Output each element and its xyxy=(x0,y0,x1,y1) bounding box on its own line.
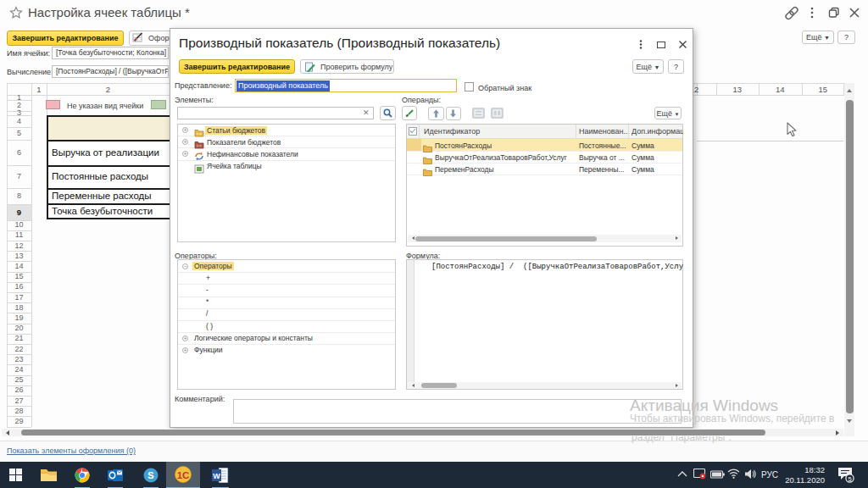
svg-text:W: W xyxy=(213,472,220,480)
svg-text:1С: 1С xyxy=(177,470,190,480)
svg-text:5: 5 xyxy=(848,475,851,483)
svg-text:S: S xyxy=(147,470,153,480)
